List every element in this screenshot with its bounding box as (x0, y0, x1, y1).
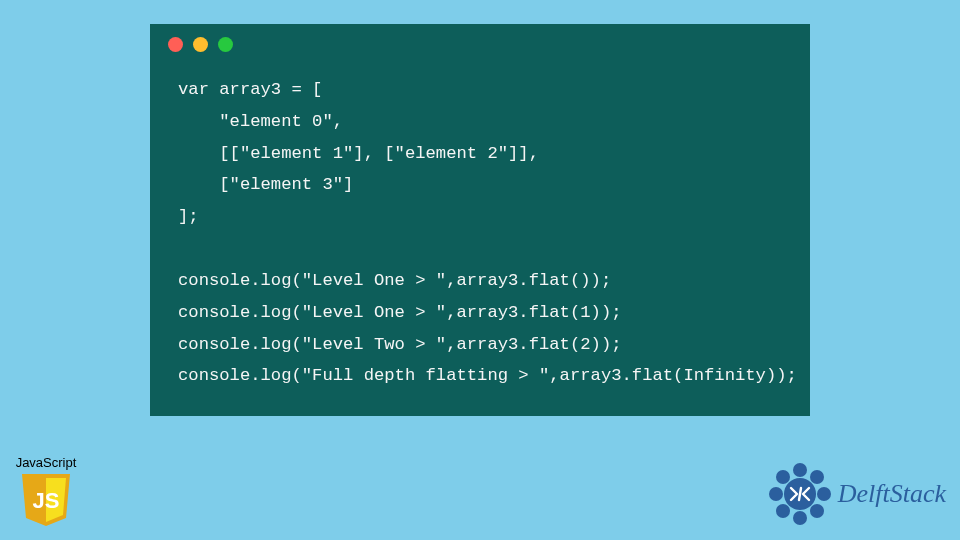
code-line: "element 0", (178, 112, 343, 131)
delftstack-logo-icon (768, 462, 832, 526)
svg-point-3 (817, 487, 831, 501)
close-icon (168, 37, 183, 52)
code-line: ["element 3"] (178, 175, 353, 194)
delftstack-brand: DelftStack (768, 462, 946, 526)
javascript-label: JavaScript (10, 455, 82, 470)
code-line: console.log("Full depth flatting > ",arr… (178, 366, 797, 385)
code-line: ]; (178, 207, 199, 226)
code-body: var array3 = [ "element 0", [["element 1… (150, 64, 810, 398)
delftstack-name: DelftStack (838, 479, 946, 509)
minimize-icon (193, 37, 208, 52)
javascript-badge: JavaScript JS (10, 455, 82, 528)
maximize-icon (218, 37, 233, 52)
code-line: var array3 = [ (178, 80, 322, 99)
code-line: [["element 1"], ["element 2"]], (178, 144, 539, 163)
code-line: console.log("Level One > ",array3.flat(1… (178, 303, 622, 322)
svg-point-6 (776, 504, 790, 518)
code-line: console.log("Level Two > ",array3.flat(2… (178, 335, 622, 354)
svg-point-8 (776, 470, 790, 484)
code-line: console.log("Level One > ",array3.flat()… (178, 271, 611, 290)
svg-point-4 (810, 504, 824, 518)
svg-point-2 (810, 470, 824, 484)
javascript-shield-icon: JS (20, 472, 72, 528)
svg-point-7 (769, 487, 783, 501)
svg-point-1 (793, 463, 807, 477)
code-window: var array3 = [ "element 0", [["element 1… (150, 24, 810, 416)
svg-point-5 (793, 511, 807, 525)
window-titlebar (150, 24, 810, 64)
svg-text:JS: JS (33, 488, 60, 513)
